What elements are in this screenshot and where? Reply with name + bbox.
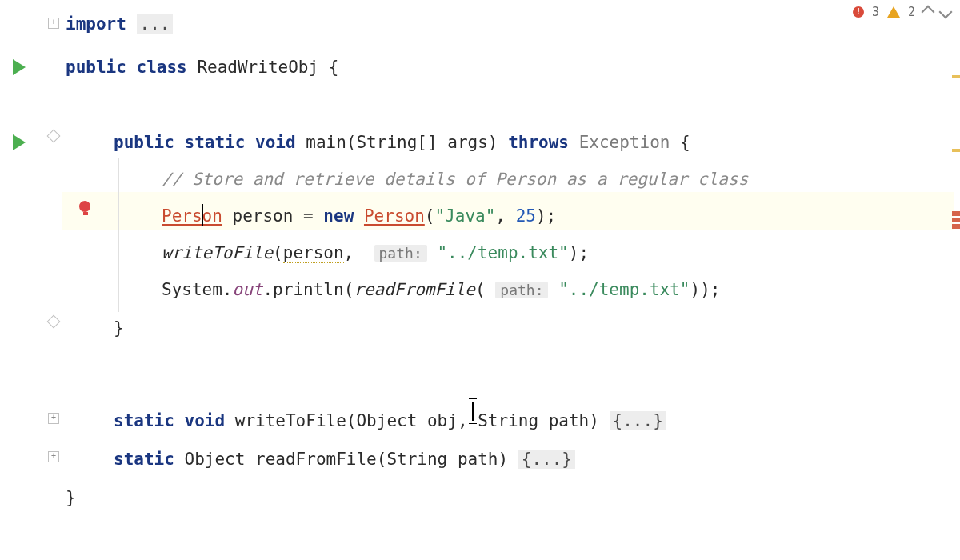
out-field: out	[233, 280, 263, 299]
open-brace: {	[680, 133, 690, 152]
static-keyword: static	[185, 133, 246, 152]
path-string: "../temp.txt"	[437, 243, 568, 262]
param-hint-path: path:	[374, 245, 427, 262]
import-line[interactable]: import ...	[66, 5, 173, 43]
import-folded[interactable]: ...	[137, 14, 174, 34]
code-area[interactable]: import ... public class ReadWriteObj { p…	[66, 0, 952, 442]
read-decl-line[interactable]: static Object readFromFile(String path) …	[114, 440, 575, 478]
return-type: Object	[185, 450, 246, 469]
fold-gutter	[45, 0, 62, 560]
println-line[interactable]: System.out.println(readFromFile( path: "…	[162, 270, 720, 309]
warning-icon	[887, 6, 900, 18]
class-name: ReadWriteObj	[197, 58, 318, 77]
stripe-error[interactable]	[952, 224, 960, 229]
next-highlight-icon[interactable]	[939, 6, 953, 19]
class-close-brace[interactable]: }	[66, 478, 76, 517]
stripe-warning[interactable]	[952, 75, 960, 78]
fold-read-expand-icon[interactable]	[48, 451, 59, 462]
person-type-left: Pers	[162, 206, 202, 226]
string-literal: "Java"	[434, 206, 495, 226]
read-signature: readFromFile(String path)	[255, 450, 508, 469]
run-class-icon[interactable]	[13, 59, 26, 75]
person-ctor-error: Person	[364, 206, 425, 226]
prev-highlight-icon[interactable]	[922, 6, 935, 19]
comment-line[interactable]: // Store and retrieve details of Person …	[162, 160, 748, 198]
main-close-brace[interactable]: }	[114, 309, 124, 347]
fold-import-expand-icon[interactable]	[48, 18, 59, 29]
close-brace: }	[114, 318, 124, 338]
write-decl-line[interactable]: static void writeToFile(Object obj, Stri…	[114, 402, 666, 440]
read-call: readFromFile	[354, 280, 475, 299]
static-keyword: static	[114, 411, 174, 430]
person-type-error: Person	[162, 206, 222, 226]
class-keyword: class	[137, 58, 187, 77]
write-signature: writeToFile(Object obj, String path)	[235, 411, 599, 430]
close-brace: }	[66, 488, 76, 507]
fold-class-guide	[54, 67, 54, 466]
folded-body[interactable]: {...}	[610, 411, 666, 430]
public-keyword: public	[114, 133, 174, 152]
class-decl-line[interactable]: public class ReadWriteObj {	[66, 48, 338, 86]
warning-count: 2	[908, 5, 915, 19]
open-brace: {	[329, 58, 339, 77]
person-type-right: on	[202, 206, 222, 226]
fold-write-expand-icon[interactable]	[48, 413, 59, 424]
secondary-text-cursor-icon	[472, 402, 474, 421]
println-method: println	[273, 280, 344, 299]
write-call-line[interactable]: writeToFile(person, path: "../temp.txt")…	[162, 234, 589, 272]
main-signature: main(String[] args)	[306, 133, 498, 152]
throws-keyword: throws	[508, 133, 569, 152]
exception-type: Exception	[579, 133, 670, 152]
equals: =	[303, 206, 314, 226]
code-editor[interactable]: import ... public class ReadWriteObj { p…	[0, 0, 960, 560]
run-main-icon[interactable]	[13, 134, 26, 150]
person-variable: person	[233, 206, 294, 226]
error-count: 3	[872, 5, 879, 19]
system-class: System	[162, 280, 222, 299]
inspection-indicator[interactable]: ! 3 2	[853, 5, 950, 19]
import-keyword: import	[66, 14, 126, 34]
void-keyword: void	[185, 411, 226, 430]
stripe-error[interactable]	[952, 218, 960, 222]
run-gutter	[0, 0, 45, 560]
folded-body[interactable]: {...}	[518, 450, 575, 469]
person-decl-line[interactable]: Person person = new Person("Java", 25);	[162, 197, 556, 235]
static-keyword: static	[114, 450, 174, 469]
path-string: "../temp.txt"	[558, 280, 690, 299]
void-keyword: void	[255, 133, 296, 152]
public-keyword: public	[66, 58, 126, 77]
comment-text: // Store and retrieve details of Person …	[162, 170, 748, 189]
write-arg-person: person	[283, 243, 344, 263]
stripe-warning[interactable]	[952, 149, 960, 152]
write-call: writeToFile	[162, 243, 273, 262]
number-literal: 25	[516, 206, 536, 226]
text-caret	[202, 204, 203, 226]
stripe-error[interactable]	[952, 211, 960, 216]
error-icon: !	[853, 6, 864, 18]
param-hint-path: path:	[495, 282, 548, 298]
new-keyword: new	[323, 206, 354, 226]
main-decl-line[interactable]: public static void main(String[] args) t…	[114, 123, 690, 162]
